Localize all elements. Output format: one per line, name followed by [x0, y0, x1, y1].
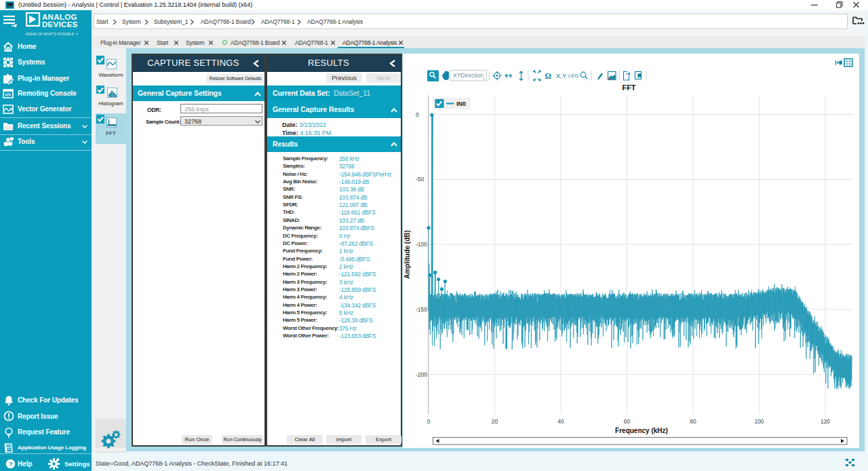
svg-text:X,Y: X,Y	[556, 72, 567, 79]
svg-text:LEG: LEG	[568, 73, 578, 79]
svg-text:120: 120	[821, 418, 830, 425]
svg-text:</>: </>	[5, 92, 12, 97]
svg-text:?: ?	[9, 460, 13, 468]
svg-text:40: 40	[557, 418, 564, 425]
svg-text:60: 60	[624, 418, 631, 425]
svg-text:-100: -100	[416, 241, 427, 248]
svg-text:Amplitude (dB): Amplitude (dB)	[403, 230, 411, 279]
svg-text:IN0: IN0	[456, 100, 466, 107]
svg-text:AHEAD OF WHAT'S POSSIBLE ™: AHEAD OF WHAT'S POSSIBLE ™	[26, 33, 79, 36]
svg-text:-150: -150	[416, 306, 427, 313]
svg-text:0: 0	[416, 111, 419, 118]
svg-text:100: 100	[754, 418, 764, 425]
svg-text:XYDirection: XYDirection	[453, 72, 484, 79]
svg-text:Ω: Ω	[545, 71, 552, 81]
svg-text:-50: -50	[416, 176, 425, 183]
svg-text:FFT: FFT	[622, 83, 635, 92]
svg-text:-200: -200	[416, 371, 427, 378]
svg-text:0: 0	[427, 418, 431, 425]
svg-text:DEVICES: DEVICES	[42, 20, 78, 29]
svg-text:Frequency (kHz): Frequency (kHz)	[615, 427, 668, 434]
svg-text:20: 20	[492, 418, 498, 425]
svg-text:80: 80	[690, 418, 696, 425]
